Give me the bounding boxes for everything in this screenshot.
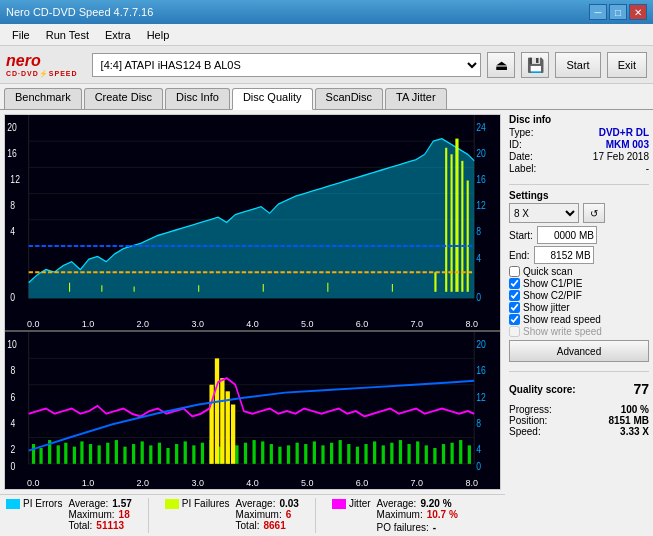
x-label-4-0: 4.0 [246,319,259,329]
show-write-speed-checkbox[interactable] [509,326,520,337]
tab-disc-quality[interactable]: Disc Quality [232,88,313,110]
show-c1pie-label: Show C1/PIE [523,278,582,289]
end-input[interactable] [534,246,594,264]
tab-benchmark[interactable]: Benchmark [4,88,82,109]
show-c2pif-checkbox[interactable] [509,290,520,301]
show-write-speed-label: Show write speed [523,326,602,337]
jitter-legend-box [332,499,346,509]
show-c1pie-row: Show C1/PIE [509,278,649,289]
exit-button[interactable]: Exit [607,52,647,78]
show-jitter-label: Show jitter [523,302,570,313]
pi-failures-total-value: 8661 [263,520,285,531]
pi-errors-legend: PI Errors [6,498,62,509]
close-button[interactable]: ✕ [629,4,647,20]
main-content: 20 16 12 8 4 0 24 20 16 12 8 4 0 [0,110,653,536]
speed-value: 3.33 X [620,426,649,437]
position-value: 8151 MB [608,415,649,426]
disc-info-title: Disc info [509,114,649,125]
app-title: Nero CD-DVD Speed 4.7.7.16 [6,6,153,18]
svg-text:0: 0 [476,461,481,473]
svg-text:20: 20 [476,338,486,350]
svg-text:16: 16 [7,147,17,159]
svg-rect-74 [270,444,273,464]
divider-settings-quality [509,371,649,372]
menu-file[interactable]: File [4,27,38,43]
show-c1pie-checkbox[interactable] [509,278,520,289]
xl-8-0: 8.0 [465,478,478,488]
svg-rect-71 [244,443,247,464]
x-label-3-0: 3.0 [191,319,204,329]
svg-rect-77 [215,358,219,463]
pi-failures-avg-label: Average: [236,498,276,509]
drive-selector[interactable]: [4:4] ATAPI iHAS124 B AL0S [92,53,482,77]
svg-text:12: 12 [10,173,20,185]
svg-text:20: 20 [7,121,17,133]
jitter-legend: Jitter [332,498,371,509]
disc-type-row: Type: DVD+R DL [509,127,649,138]
jitter-max-value: 10.7 % [427,509,458,520]
jitter-group: Jitter Average: 9.20 % Maximum: 10.7 % P… [332,498,458,533]
svg-text:8: 8 [476,417,481,429]
start-button[interactable]: Start [555,52,600,78]
svg-rect-99 [442,444,445,464]
show-jitter-checkbox[interactable] [509,302,520,313]
svg-rect-51 [73,447,76,464]
menu-run-test[interactable]: Run Test [38,27,97,43]
xl-5-0: 5.0 [301,478,314,488]
disc-info-section: Disc info Type: DVD+R DL ID: MKM 003 Dat… [509,114,649,175]
svg-rect-46 [32,444,35,464]
advanced-button[interactable]: Advanced [509,340,649,362]
svg-rect-86 [330,443,333,464]
refresh-icon-button[interactable]: ↺ [583,203,605,223]
pi-errors-max-value: 18 [119,509,130,520]
start-input-row: Start: [509,226,649,244]
svg-rect-53 [89,444,92,464]
svg-rect-57 [123,447,126,464]
menu-help[interactable]: Help [139,27,178,43]
maximize-button[interactable]: □ [609,4,627,20]
tab-scandisc[interactable]: ScanDisc [315,88,383,109]
menu-bar: File Run Test Extra Help [0,24,653,46]
show-c2pif-label: Show C2/PIF [523,290,582,301]
show-read-speed-row: Show read speed [509,314,649,325]
tab-disc-info[interactable]: Disc Info [165,88,230,109]
svg-rect-70 [235,445,238,463]
menu-extra[interactable]: Extra [97,27,139,43]
x-label-7-0: 7.0 [411,319,424,329]
start-input[interactable] [537,226,597,244]
disc-date-row: Date: 17 Feb 2018 [509,151,649,162]
svg-rect-49 [57,445,60,463]
tab-ta-jitter[interactable]: TA Jitter [385,88,447,109]
speed-selector[interactable]: 8 X [509,203,579,223]
minimize-button[interactable]: ─ [589,4,607,20]
pi-errors-avg-value: 1.57 [112,498,131,509]
quick-scan-label: Quick scan [523,266,572,277]
quick-scan-checkbox[interactable] [509,266,520,277]
svg-text:4: 4 [476,443,481,455]
start-label: Start: [509,230,533,241]
disc-date-value: 17 Feb 2018 [593,151,649,162]
tab-create-disc[interactable]: Create Disc [84,88,163,109]
speed-row: 8 X ↺ [509,203,649,223]
svg-text:6: 6 [10,391,15,403]
po-failures-label: PO failures: [377,522,429,533]
jitter-label: Jitter [349,498,371,509]
svg-rect-88 [347,444,350,464]
show-write-speed-row: Show write speed [509,326,649,337]
svg-rect-50 [64,443,67,464]
title-bar: Nero CD-DVD Speed 4.7.7.16 ─ □ ✕ [0,0,653,24]
show-read-speed-label: Show read speed [523,314,601,325]
app-logo: nero CD·DVD⚡SPEED [6,52,78,78]
eject-icon-button[interactable]: ⏏ [487,52,515,78]
progress-value: 100 % [621,404,649,415]
save-icon-button[interactable]: 💾 [521,52,549,78]
svg-rect-100 [451,443,454,464]
end-label: End: [509,250,530,261]
xl-3-0: 3.0 [191,478,204,488]
svg-text:8: 8 [10,199,15,211]
show-read-speed-checkbox[interactable] [509,314,520,325]
show-jitter-row: Show jitter [509,302,649,313]
svg-rect-94 [399,440,402,464]
x-label-0-0: 0.0 [27,319,40,329]
svg-rect-62 [166,448,169,464]
